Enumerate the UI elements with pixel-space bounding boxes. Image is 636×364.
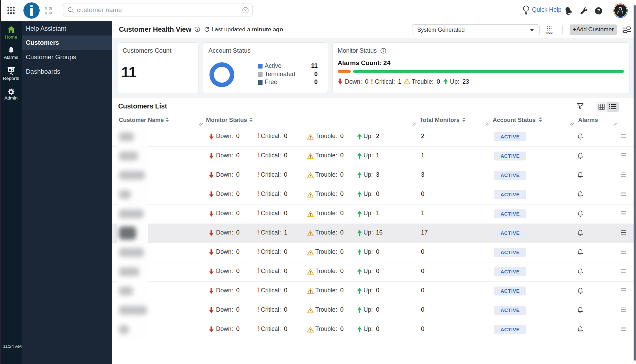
svg-text:NOC: NOC: [546, 31, 553, 34]
